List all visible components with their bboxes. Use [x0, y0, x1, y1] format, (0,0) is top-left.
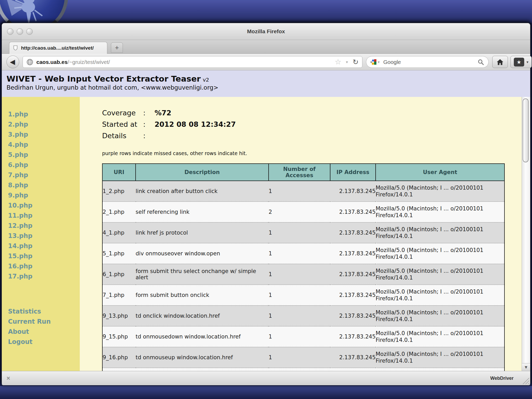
- cell-accesses: 1: [269, 222, 330, 243]
- cell-accesses: 1: [269, 285, 330, 305]
- desktop-background: [0, 0, 532, 23]
- sidebar-link[interactable]: 6.php: [8, 160, 80, 170]
- useragent-line1: Mozilla/5.0 (Macintosh; I ... o/20100101: [376, 184, 504, 191]
- window-title: Mozilla Firefox: [2, 28, 530, 35]
- sidebar-link[interactable]: 8.php: [8, 180, 80, 190]
- sidebar-link[interactable]: 5.php: [8, 150, 80, 160]
- home-icon: [496, 58, 504, 66]
- useragent-line2: Firefox/14.0.1: [376, 337, 504, 343]
- search-input[interactable]: Google: [383, 59, 401, 65]
- table-row: 7_1.php form submit button onclick 1 2.1…: [102, 285, 504, 305]
- desktop-background-bottom: [0, 386, 532, 399]
- sidebar-link[interactable]: 1.php: [8, 109, 80, 119]
- stats-block: Coverage : %72 Started at : 2012 08 08 1…: [102, 107, 530, 142]
- stat-value: %72: [155, 107, 171, 119]
- cell-useragent: Mozilla/5.0 (Macintosh; I ... o/20100101…: [376, 243, 504, 264]
- col-header-uri: URI: [102, 164, 136, 181]
- sidebar-link[interactable]: 17.php: [8, 271, 80, 282]
- sidebar-footer-link[interactable]: About: [8, 327, 80, 337]
- url-path: /~gruiz/test/wivet/: [68, 59, 110, 65]
- stat-colon: :: [143, 119, 151, 130]
- back-button[interactable]: ◀: [6, 56, 19, 68]
- results-table: URI Description Number of Accesses IP Ad…: [102, 163, 505, 371]
- sidebar-footer-link[interactable]: Statistics: [8, 307, 80, 317]
- cell-description: td onmouseup window.location.href: [136, 347, 269, 368]
- url-dropdown-icon[interactable]: ▾: [346, 60, 348, 64]
- sidebar-link[interactable]: 12.php: [8, 221, 80, 231]
- useragent-line1: Mozilla/5.0 (Macintosh; I ... o/20100101: [376, 309, 504, 316]
- col-header-accesses: Number of Accesses: [269, 164, 330, 181]
- cell-uri: 5_1.php: [102, 243, 136, 264]
- sidebar-links: 1.php2.php3.php4.php5.php6.php7.php8.php…: [8, 109, 80, 282]
- legend-note: purple rows indicate missed cases, other…: [102, 150, 530, 156]
- sidebar-link[interactable]: 14.php: [8, 241, 80, 251]
- useragent-line1: Mozilla/5.0 (Macintosh; I ... o/20100101: [376, 247, 504, 254]
- active-tab[interactable]: http://caos.uab....uiz/test/wivet/: [9, 42, 107, 54]
- table-row: 9_15.php td onmousedown window.location.…: [102, 326, 504, 347]
- cell-accesses: 1: [269, 347, 330, 368]
- sidebar-link[interactable]: 9.php: [8, 190, 80, 201]
- vertical-scrollbar[interactable]: ▼: [522, 97, 530, 371]
- stat-value: 2012 08 08 12:34:27: [155, 119, 236, 130]
- url-text: caos.uab.es/~gruiz/test/wivet/: [36, 59, 110, 65]
- useragent-line2: Firefox/14.0.1: [376, 233, 504, 240]
- scrollbar-down-button[interactable]: ▼: [522, 363, 530, 371]
- navigation-toolbar: ◀ caos.uab.es/~gruiz/test/wivet/ ☆ ▾ ↻: [2, 54, 530, 70]
- cell-uri: 9_17.php: [102, 368, 136, 371]
- sidebar-link[interactable]: 10.php: [8, 201, 80, 211]
- sidebar-footer-link[interactable]: Current Run: [8, 317, 80, 327]
- tab-strip: http://caos.uab....uiz/test/wivet/ +: [2, 40, 530, 54]
- search-bar[interactable]: ▾ Google: [366, 56, 489, 68]
- bookmark-star-icon[interactable]: ☆: [335, 58, 341, 66]
- cell-description: td onclick window.location.href: [136, 305, 269, 326]
- cell-uri: 1_2.php: [102, 181, 136, 202]
- new-tab-button[interactable]: +: [111, 42, 123, 53]
- sidebar-link[interactable]: 4.php: [8, 140, 80, 150]
- cell-ip: 2.137.83.245: [330, 181, 376, 202]
- sidebar-link[interactable]: 13.php: [8, 231, 80, 241]
- cell-uri: 7_1.php: [102, 285, 136, 305]
- sidebar-link[interactable]: 15.php: [8, 251, 80, 261]
- useragent-line1: Mozilla/5.0 (Macintosh; I ... o/20100101: [376, 351, 504, 357]
- status-bar: × WebDriver: [2, 371, 530, 385]
- cell-uri: 9_15.php: [102, 326, 136, 347]
- cell-useragent: Mozilla/5.0 (Macintosh; I ... o/20100101…: [376, 368, 504, 371]
- table-body: 1_2.php link creation after button click…: [102, 181, 504, 371]
- useragent-line2: Firefox/14.0.1: [376, 254, 504, 260]
- table-row: 1_2.php link creation after button click…: [102, 181, 504, 202]
- cell-accesses: 1: [269, 181, 330, 202]
- sidebar-link[interactable]: 11.php: [8, 211, 80, 221]
- bookmarks-button[interactable]: ★ ▾: [510, 56, 532, 68]
- reload-icon[interactable]: ↻: [353, 58, 358, 66]
- cell-accesses: 1: [269, 264, 330, 285]
- cell-description: form submit button onclick: [136, 285, 269, 305]
- cell-ip: 2.137.83.245: [330, 202, 376, 222]
- cell-useragent: Mozilla/5.0 (Macintosh; I ... o/20100101…: [376, 285, 504, 305]
- sidebar-link[interactable]: 16.php: [8, 261, 80, 271]
- useragent-line1: Mozilla/5.0 (Macintosh; I ... o/20100101: [376, 205, 504, 212]
- globe-icon: [26, 59, 33, 65]
- sidebar: 1.php2.php3.php4.php5.php6.php7.php8.php…: [2, 97, 80, 371]
- url-bar[interactable]: caos.uab.es/~gruiz/test/wivet/ ☆ ▾ ↻: [23, 56, 362, 68]
- cell-ip: 2.137.83.245: [330, 326, 376, 347]
- col-header-ip: IP Address: [330, 164, 376, 181]
- sidebar-footer-link[interactable]: Logout: [8, 337, 80, 347]
- home-button[interactable]: [492, 56, 508, 68]
- scrollbar-thumb[interactable]: [523, 98, 529, 162]
- sidebar-link[interactable]: 7.php: [8, 170, 80, 180]
- cell-accesses: 2: [269, 368, 330, 371]
- cell-ip: 2.137.83.245: [330, 368, 376, 371]
- table-row: 5_1.php div onmouseover window.open 1 2.…: [102, 243, 504, 264]
- firefox-window: Mozilla Firefox http://caos.uab....uiz/t…: [2, 23, 530, 384]
- useragent-line2: Firefox/14.0.1: [376, 295, 504, 302]
- resize-grip[interactable]: [522, 377, 529, 384]
- search-icon[interactable]: [477, 59, 484, 65]
- col-header-useragent: User Agent: [376, 164, 504, 181]
- search-engine-dropdown-icon[interactable]: ▾: [378, 60, 380, 64]
- sidebar-link[interactable]: 2.php: [8, 119, 80, 130]
- cell-uri: 4_1.php: [102, 222, 136, 243]
- sidebar-link[interactable]: 3.php: [8, 130, 80, 140]
- main-content: Coverage : %72 Started at : 2012 08 08 1…: [80, 97, 530, 371]
- sidebar-footer-links: StatisticsCurrent RunAboutLogout: [8, 307, 80, 347]
- statusbar-close-icon[interactable]: ×: [6, 375, 10, 382]
